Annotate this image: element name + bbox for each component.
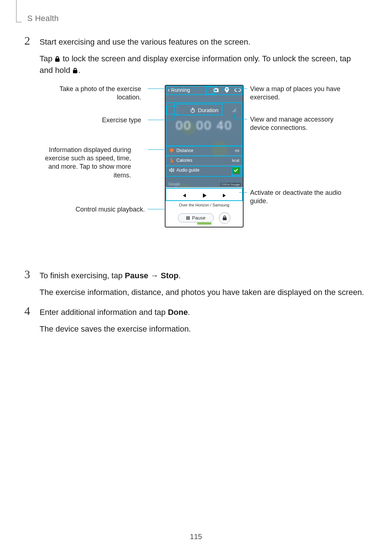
callout-map: View a map of places you have exercised. <box>250 85 344 102</box>
lock-icon <box>222 216 227 221</box>
progress-indicator <box>197 222 212 225</box>
step-2-line1: Start exercising and use the various fea… <box>40 36 365 48</box>
lock-button[interactable] <box>219 212 230 224</box>
callout-photo: Take a photo of the exercise location. <box>43 85 141 102</box>
highlight-music <box>166 188 243 201</box>
highlight-audio <box>166 166 243 177</box>
header-corner-rule <box>16 0 22 22</box>
highlight-audio-checkbox <box>232 167 241 176</box>
step-3-line1: To finish exercising, tap Pause → Stop. <box>40 270 365 282</box>
callout-exercise-type: Exercise type <box>43 116 141 124</box>
step-2: 2 Start exercising and use the various f… <box>27 36 365 259</box>
step-3-line2: The exercise information, distance, and … <box>40 287 365 298</box>
highlight-calories <box>166 156 243 167</box>
callout-info-display: Information displayed during exercise su… <box>33 146 131 180</box>
step-number: 4 <box>24 304 30 318</box>
lock-icon <box>55 54 61 59</box>
page-number: 115 <box>0 533 392 541</box>
map-brand: Google <box>168 182 180 186</box>
pause-button[interactable]: Pause <box>178 213 214 222</box>
highlight-camera <box>206 86 215 94</box>
map-copyright: ©2014 Google <box>220 183 241 186</box>
track-title: Over the Horizon / Samsung <box>166 203 243 207</box>
highlight-info-block <box>166 102 243 147</box>
step-number: 2 <box>24 34 30 48</box>
exercise-screen-diagram: Take a photo of the exercise location. E… <box>36 85 370 259</box>
pause-button-label: Pause <box>192 215 205 221</box>
section-title: S Health <box>27 14 59 23</box>
step-4-line2: The device saves the exercise informatio… <box>40 323 365 335</box>
pause-icon <box>186 216 190 220</box>
callout-accessory: View and manage accessory device connect… <box>250 115 344 132</box>
step-2-line2: Tap to lock the screen and display exerc… <box>40 53 365 76</box>
highlight-topbar <box>166 86 243 95</box>
step-number: 3 <box>24 268 30 281</box>
step-3: 3 To finish exercising, tap Pause → Stop… <box>27 270 365 298</box>
step-4-line1: Enter additional information and tap Don… <box>40 307 365 318</box>
callout-music: Control music playback. <box>47 205 145 214</box>
step-4: 4 Enter additional information and tap D… <box>27 307 365 335</box>
callout-audio: Activate or deactivate the audio guide. <box>250 189 344 206</box>
highlight-distance <box>166 145 243 156</box>
lock-icon <box>73 65 78 71</box>
